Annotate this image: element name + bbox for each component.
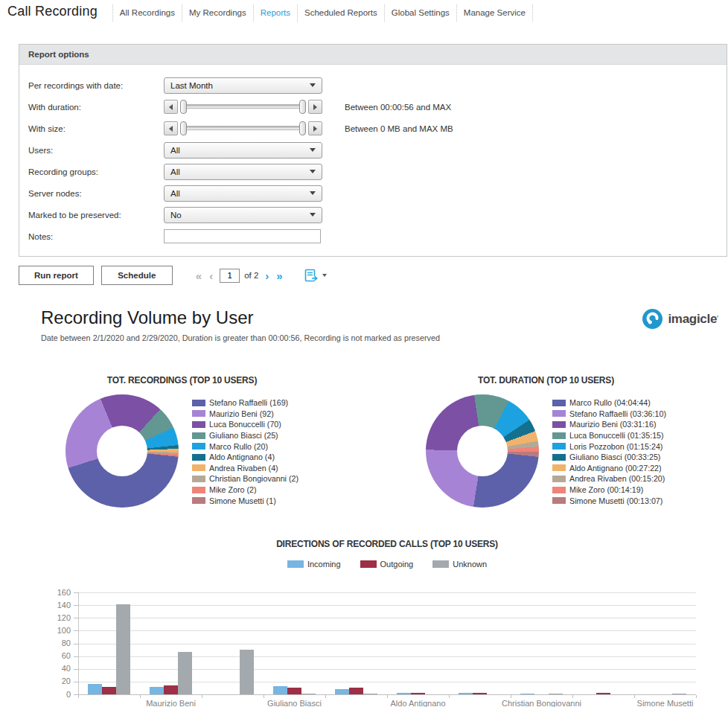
duration-range-slider[interactable] xyxy=(164,99,322,115)
legend-label: Mike Zoro (00:14:19) xyxy=(569,485,643,494)
preserved-select[interactable]: No xyxy=(164,207,322,223)
chart-title: TOT. DURATION (TOP 10 USERS) xyxy=(364,375,728,386)
field-label: With size: xyxy=(28,124,164,133)
legend-swatch-icon xyxy=(192,476,205,482)
imagicle-logo: imagicle' xyxy=(642,309,718,329)
server-nodes-select[interactable]: All xyxy=(164,185,322,202)
legend-label: Aldo Antignano (00:27:22) xyxy=(569,464,662,473)
legend-item: Andrea Rivaben (4) xyxy=(192,463,298,474)
chart-title: TOT. RECORDINGS (TOP 10 USERS) xyxy=(0,375,364,386)
tab-my-recordings[interactable]: My Recordings xyxy=(182,4,253,22)
y-axis-label: 40 xyxy=(41,664,71,673)
filter-row-size: With size: Between 0 MB and MAX MB xyxy=(28,118,718,139)
legend-label: Andrea Rivaben (4) xyxy=(209,464,278,473)
run-report-button[interactable]: Run report xyxy=(19,266,94,285)
donut-hole xyxy=(97,426,147,476)
bar-unknown xyxy=(178,652,192,694)
tab-all-recordings[interactable]: All Recordings xyxy=(112,4,182,22)
bar-incoming xyxy=(459,693,473,694)
size-range-slider[interactable] xyxy=(164,121,322,136)
chevron-down-icon xyxy=(310,83,316,87)
field-label: Per recordings with date: xyxy=(28,81,164,90)
app-title: Call Recording xyxy=(7,4,98,19)
tab-scheduled-reports[interactable]: Scheduled Reports xyxy=(297,4,384,22)
legend-label: Luca Bonuccelli (70) xyxy=(209,420,281,429)
y-axis-label: 80 xyxy=(41,639,71,647)
slider-step-left-button[interactable] xyxy=(164,100,178,114)
legend-item: Christian Bongiovanni (2) xyxy=(192,473,298,484)
slider-handle-max[interactable] xyxy=(299,100,306,114)
arrow-left-icon xyxy=(169,126,173,132)
select-value: All xyxy=(170,146,180,155)
schedule-button[interactable]: Schedule xyxy=(101,266,173,285)
field-label: Notes: xyxy=(28,232,164,241)
gridline xyxy=(78,618,696,618)
bar-unknown xyxy=(363,694,377,695)
y-axis-label: 0 xyxy=(41,690,71,699)
legend-swatch-icon xyxy=(192,454,205,461)
bar-chart-legend: IncomingOutgoingUnknown xyxy=(78,560,696,569)
panel-body: Per recordings with date: Last Month Wit… xyxy=(19,65,727,256)
legend-swatch-icon xyxy=(192,497,205,504)
select-value: All xyxy=(170,189,180,198)
x-tick xyxy=(202,695,202,698)
users-select[interactable]: All xyxy=(164,142,322,159)
page-number-input[interactable] xyxy=(220,269,240,283)
slider-track[interactable] xyxy=(179,100,307,114)
duration-chart: TOT. DURATION (TOP 10 USERS) Marco Rullo… xyxy=(364,375,728,508)
legend-swatch-icon xyxy=(192,432,205,439)
prev-page-icon[interactable]: ‹ xyxy=(209,270,213,281)
legend-item: Mike Zoro (2) xyxy=(192,484,298,496)
slider-handle-max[interactable] xyxy=(299,121,306,135)
legend-item: Aldo Antignano (4) xyxy=(192,452,298,463)
slider-track[interactable] xyxy=(179,121,307,135)
legend-item: Stefano Raffaelli (03:36:10) xyxy=(552,409,666,420)
legend-swatch-icon xyxy=(552,497,566,504)
filter-row-server-nodes: Server nodes: All xyxy=(28,182,718,204)
logo-text: imagicle xyxy=(668,312,717,327)
legend-swatch-icon xyxy=(432,560,449,568)
slider-handle-min[interactable] xyxy=(180,121,187,135)
top-navigation: Call Recording All Recordings My Recordi… xyxy=(0,0,728,22)
legend-item: Loris Pozzobon (01:15:24) xyxy=(552,441,666,452)
x-tick xyxy=(325,695,326,698)
first-page-icon[interactable]: « xyxy=(196,270,202,281)
slider-step-left-button[interactable] xyxy=(164,121,178,135)
imagicle-logo-icon xyxy=(642,309,662,329)
legend-label: Mike Zoro (2) xyxy=(209,485,257,494)
notes-input[interactable] xyxy=(164,229,321,243)
gridline xyxy=(78,682,696,682)
y-axis-label: 140 xyxy=(41,601,71,610)
export-report-button[interactable] xyxy=(304,269,327,283)
duration-chart-legend: Marco Rullo (04:04:44)Stefano Raffaelli … xyxy=(552,397,666,508)
slider-handle-min[interactable] xyxy=(180,100,187,114)
bar-incoming xyxy=(520,694,534,695)
directions-bar-chart: 020406080100120140160Stefano RaffaelliMa… xyxy=(0,582,728,707)
legend-item: Mike Zoro (00:14:19) xyxy=(552,484,666,496)
legend-item: Incoming xyxy=(287,560,341,569)
tab-manage-service[interactable]: Manage Service xyxy=(456,4,533,22)
last-page-icon[interactable]: » xyxy=(276,270,282,281)
tab-global-settings[interactable]: Global Settings xyxy=(384,4,456,22)
date-filter-select[interactable]: Last Month xyxy=(164,77,322,94)
field-label: With duration: xyxy=(28,103,164,112)
legend-item: Luca Bonuccelli (70) xyxy=(192,419,298,430)
tab-reports[interactable]: Reports xyxy=(253,4,297,22)
legend-label: Andrea Rivaben (00:15:20) xyxy=(569,474,665,483)
legend-swatch-icon xyxy=(192,421,205,428)
nav-tabs: All Recordings My Recordings Reports Sch… xyxy=(112,4,533,22)
recordings-chart: TOT. RECORDINGS (TOP 10 USERS) Stefano R… xyxy=(0,375,364,508)
report-toolbar: Run report Schedule « ‹ of 2 › » xyxy=(19,266,728,285)
legend-label: Christian Bongiovanni (2) xyxy=(209,474,298,483)
filter-row-users: Users: All xyxy=(28,139,718,161)
legend-item: Simone Musetti (00:13:07) xyxy=(552,495,666,506)
bar-outgoing xyxy=(473,693,487,694)
slider-step-right-button[interactable] xyxy=(308,121,322,135)
recordings-donut-chart xyxy=(66,394,179,508)
recording-groups-select[interactable]: All xyxy=(164,164,322,180)
next-page-icon[interactable]: › xyxy=(265,270,269,281)
legend-label: Marco Rullo (04:04:44) xyxy=(569,398,651,407)
x-axis-label: Giuliano Biasci xyxy=(267,699,322,707)
panel-header: Report options xyxy=(19,45,727,65)
slider-step-right-button[interactable] xyxy=(308,100,322,114)
